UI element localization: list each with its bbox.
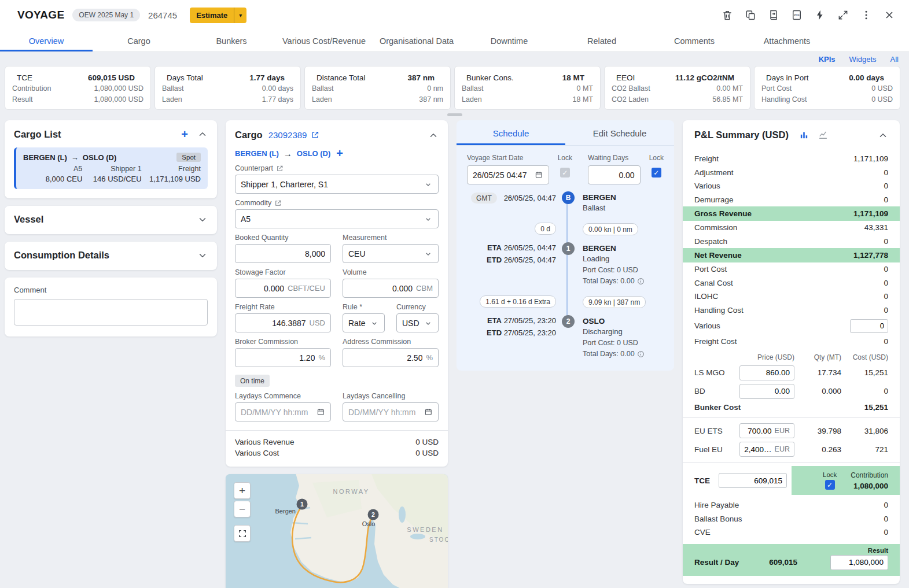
route-load-port-link[interactable]: BERGEN (L)	[235, 149, 279, 158]
volume-input[interactable]	[348, 284, 413, 293]
comment-textarea[interactable]	[14, 299, 208, 326]
cargo-id-link[interactable]: 23092389	[268, 130, 307, 140]
add-port-button[interactable]: +	[336, 147, 343, 159]
tab-related[interactable]: Related	[555, 30, 648, 51]
consumption-details-panel[interactable]: Consumption Details	[5, 242, 217, 270]
external-link-icon[interactable]	[274, 199, 282, 207]
calendar-icon[interactable]	[317, 407, 325, 417]
map-fullscreen-button[interactable]	[234, 525, 251, 542]
chevron-up-icon[interactable]	[428, 130, 439, 140]
currency-select[interactable]: USD	[396, 313, 439, 332]
tce-input[interactable]	[723, 476, 782, 485]
expand-icon[interactable]	[837, 9, 849, 21]
map-marker-1[interactable]: 1	[297, 499, 308, 510]
bolt-icon[interactable]	[814, 9, 826, 21]
panel-resize-handle[interactable]	[447, 113, 462, 116]
ledger-icon[interactable]	[768, 9, 779, 21]
broker-commission-input[interactable]	[241, 353, 315, 363]
pnl-row-ballast-bonus: Ballast Bonus0	[683, 512, 900, 526]
link-kpis[interactable]: KPIs	[819, 55, 836, 64]
estimate-dropdown-button[interactable]: Estimate ▾	[190, 8, 246, 23]
pnl-various-input[interactable]	[850, 319, 888, 333]
euets-price-input[interactable]	[744, 427, 772, 435]
arrow-right-icon: →	[71, 153, 79, 162]
various-revenue-label: Various Revenue	[235, 437, 295, 448]
link-widgets[interactable]: Widgets	[849, 55, 877, 64]
laydays-commence-input[interactable]	[241, 408, 314, 417]
chevron-up-icon[interactable]	[197, 129, 208, 139]
kpi-sub-value: 1.77 days	[262, 94, 293, 105]
kpi-sub-label: Ballast	[462, 83, 484, 94]
fueleu-price-input[interactable]	[744, 445, 772, 454]
tce-lock-checkbox[interactable]	[825, 480, 835, 490]
city-label-bergen: Bergen	[275, 508, 296, 515]
lsmgo-price-input[interactable]	[744, 368, 790, 377]
calendar-icon[interactable]	[424, 407, 433, 417]
waiting-days-lock-checkbox[interactable]	[652, 168, 661, 177]
fullscreen-icon	[238, 529, 247, 538]
external-link-icon[interactable]	[311, 131, 319, 139]
voyage-start-date-input[interactable]	[473, 171, 532, 180]
info-icon[interactable]	[637, 350, 645, 358]
tab-attachments[interactable]: Attachments	[741, 30, 833, 51]
kpi-sub-label: Port Cost	[761, 83, 792, 94]
timeline-marker-1[interactable]: 1	[562, 242, 575, 255]
tab-organisational-data[interactable]: Organisational Data	[370, 30, 463, 51]
add-cargo-button[interactable]: +	[181, 128, 188, 140]
external-link-icon[interactable]	[276, 165, 284, 172]
tab-comments[interactable]: Comments	[648, 30, 741, 51]
tab-bunkers[interactable]: Bunkers	[185, 30, 278, 51]
commodity-select[interactable]: A5	[235, 209, 439, 228]
timeline-marker-ballast[interactable]: B	[562, 191, 575, 204]
stowage-factor-input[interactable]	[241, 284, 284, 293]
map-zoom-out-button[interactable]: −	[234, 501, 251, 517]
broker-commission-label: Broker Commission	[235, 338, 331, 346]
delete-icon[interactable]	[722, 9, 733, 21]
laydays-cancelling-input[interactable]	[348, 408, 421, 417]
tab-cargo[interactable]: Cargo	[93, 30, 185, 51]
bar-chart-icon[interactable]	[799, 130, 809, 140]
rule-select[interactable]: Rate	[343, 313, 385, 332]
cargo-list-item[interactable]: BERGEN (L) → OSLO (D) Spot A5 Shipper 1 …	[14, 147, 208, 189]
copy-icon[interactable]	[745, 9, 756, 21]
chevron-up-icon[interactable]	[878, 130, 888, 140]
result-total-input[interactable]	[835, 558, 884, 567]
route-discharge-port-link[interactable]: OSLO (D)	[297, 149, 331, 158]
tab-overview[interactable]: Overview	[0, 30, 93, 51]
cargo-list-panel: Cargo List + BERGEN (L) → OSLO (D) Spot …	[5, 120, 217, 198]
kpi-sub-label: CO2 Ballast	[612, 83, 650, 94]
map-zoom-in-button[interactable]: +	[234, 482, 251, 499]
booked-quantity-input[interactable]	[241, 249, 325, 258]
caret-down-icon[interactable]: ▾	[234, 8, 246, 23]
vessel-panel[interactable]: Vessel	[5, 206, 217, 234]
map-marker-2[interactable]: 2	[368, 509, 379, 520]
tab-downtime[interactable]: Downtime	[463, 30, 555, 51]
kpi-sub-label: Contribution	[12, 83, 51, 94]
timeline-marker-2[interactable]: 2	[562, 315, 575, 328]
measurement-select[interactable]: CEU	[343, 244, 439, 263]
chevron-down-icon[interactable]	[197, 250, 208, 261]
tab-edit-schedule[interactable]: Edit Schedule	[565, 120, 674, 145]
col-qty: Qty (MT)	[794, 353, 841, 361]
address-commission-input[interactable]	[348, 353, 422, 363]
route-map[interactable]: NORWAY SWEDEN STOC Bergen Oslo North 1 2…	[226, 474, 448, 588]
link-all[interactable]: All	[890, 55, 899, 64]
tab-various-cost-revenue[interactable]: Various Cost/Revenue	[278, 30, 370, 51]
lsmgo-cost: 15,251	[841, 368, 888, 377]
info-icon[interactable]	[637, 278, 645, 285]
pnl-row-handling-cost: Handling Cost0	[683, 304, 900, 317]
close-icon[interactable]	[884, 9, 895, 21]
calendar-icon[interactable]	[535, 170, 543, 180]
chevron-down-icon[interactable]	[197, 215, 208, 225]
pnl-summary-panel: P&L Summary (USD) Freight1,171,109 Adjus…	[683, 120, 900, 584]
line-chart-icon[interactable]	[818, 130, 828, 140]
tab-schedule[interactable]: Schedule	[457, 120, 565, 145]
more-vertical-icon[interactable]	[860, 9, 872, 21]
voyage-start-lock-checkbox[interactable]	[560, 168, 570, 177]
counterpart-select[interactable]: Shipper 1, Charterer, S1	[235, 175, 439, 194]
freight-rate-input[interactable]	[241, 319, 306, 328]
waiting-days-input[interactable]	[594, 171, 635, 180]
lsmgo-qty: 17.734	[794, 368, 841, 377]
pdf-icon[interactable]: PDF	[791, 9, 803, 21]
bd-price-input[interactable]	[744, 387, 790, 395]
